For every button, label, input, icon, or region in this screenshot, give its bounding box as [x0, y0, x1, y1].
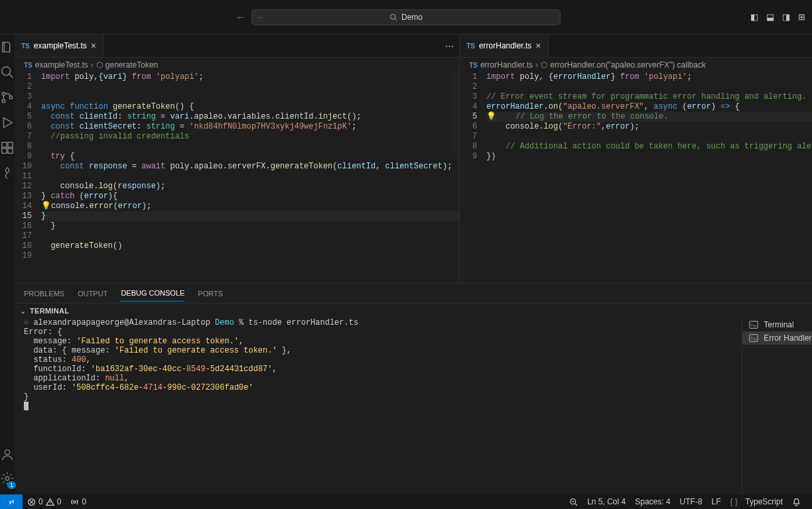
terminal-entry-label: Error Handler [764, 333, 811, 343]
tab-errorhandler[interactable]: TS errorHandler.ts × [460, 34, 548, 57]
ts-icon: TS [469, 62, 478, 69]
svg-point-0 [390, 14, 395, 19]
encoding-status[interactable]: UTF-8 [675, 497, 707, 506]
tab-label: exampleTest.ts [34, 41, 87, 50]
layout-panel-icon[interactable]: ⬓ [766, 12, 774, 22]
nav-back-icon[interactable]: ← [236, 11, 245, 23]
breadcrumb-symbol: generateToken [105, 60, 158, 70]
command-center-text: Demo [401, 13, 423, 22]
svg-point-11 [5, 450, 9, 455]
svg-rect-9 [2, 148, 7, 153]
close-icon[interactable]: × [91, 40, 96, 51]
svg-point-2 [2, 67, 11, 76]
svg-rect-7 [2, 142, 7, 147]
code-editor-right[interactable]: 123456789 import poly, {errorHandler} fr… [460, 72, 812, 283]
error-count: 0 [38, 497, 43, 506]
zoom-status[interactable] [565, 498, 582, 506]
ts-icon: TS [466, 42, 475, 50]
nav-forward-icon[interactable]: → [255, 11, 265, 23]
breadcrumb-left[interactable]: TS exampleTest.ts › ⬡ generateToken [15, 58, 459, 72]
layout-sidebar-left-icon[interactable]: ◧ [750, 12, 758, 22]
svg-point-17 [74, 500, 76, 502]
extensions-icon[interactable] [0, 141, 15, 155]
bottom-panel: PROBLEMS OUTPUT DEBUG CONSOLE PORTS ⌃ × … [15, 284, 812, 494]
ports-status[interactable]: 0 [66, 497, 91, 506]
settings-gear[interactable]: 1 [0, 471, 15, 488]
code-editor-left[interactable]: 12345678910111213141516171819 import pol… [15, 72, 459, 283]
search-icon[interactable] [0, 65, 15, 80]
breadcrumb-file: errorHandler.ts [480, 60, 533, 70]
notifications-icon[interactable] [787, 498, 805, 506]
terminal-header[interactable]: ⌄ TERMINAL + ⌄ ⋯ › [15, 304, 812, 318]
accounts-icon[interactable] [0, 447, 15, 462]
layout-customize-icon[interactable]: ⊞ [798, 12, 805, 22]
run-debug-icon[interactable] [0, 115, 15, 130]
tab-exampletest[interactable]: TS exampleTest.ts × [15, 34, 103, 57]
breadcrumb-symbol: errorHandler.on("apaleo.serverFX") callb… [550, 60, 706, 70]
terminal-icon [749, 333, 758, 343]
tab-overflow-icon[interactable]: ⋯ [445, 41, 454, 51]
chevron-down-icon: ⌄ [20, 307, 26, 315]
terminal-entry-2[interactable]: Error Handler [742, 331, 812, 345]
terminal-list: Terminal ◫ Error Handler [742, 318, 812, 494]
ports-count: 0 [82, 497, 86, 506]
svg-point-12 [5, 477, 9, 481]
terminal-label: TERMINAL [30, 307, 69, 315]
svg-point-4 [2, 92, 5, 95]
error-icon [27, 498, 36, 506]
breadcrumb-file: exampleTest.ts [35, 60, 88, 70]
zoom-icon [569, 498, 578, 506]
language-mode[interactable]: { } TypeScript [726, 497, 787, 506]
close-icon[interactable]: × [535, 40, 541, 51]
source-control-icon[interactable] [0, 90, 15, 105]
svg-point-5 [2, 99, 5, 103]
panel-tabs: PROBLEMS OUTPUT DEBUG CONSOLE PORTS ⌃ × [15, 284, 812, 304]
settings-badge: 1 [7, 481, 16, 489]
svg-rect-13 [750, 321, 758, 329]
broadcast-icon [70, 498, 79, 506]
remote-button[interactable] [0, 494, 23, 509]
problems-status[interactable]: 0 0 [23, 497, 66, 506]
svg-rect-8 [8, 142, 13, 147]
cursor-position[interactable]: Ln 5, Col 4 [582, 497, 630, 506]
output-tab[interactable]: OUTPUT [78, 286, 107, 302]
svg-point-6 [9, 96, 13, 99]
ts-icon: TS [24, 62, 33, 69]
layout-sidebar-right-icon[interactable]: ◨ [782, 12, 790, 22]
svg-line-1 [395, 19, 397, 21]
minimap[interactable] [451, 72, 459, 283]
terminal-entry-1[interactable]: Terminal ◫ [742, 318, 812, 331]
debug-console-tab[interactable]: DEBUG CONSOLE [121, 285, 184, 302]
terminal-icon [749, 320, 758, 329]
activity-bar: 1 [0, 34, 15, 494]
ts-icon: TS [21, 42, 30, 50]
terminal-entry-label: Terminal [764, 320, 793, 329]
poly-icon[interactable] [0, 166, 15, 180]
svg-rect-14 [750, 335, 758, 342]
terminal-output[interactable]: ○ alexandrapapageorge@Alexandras-Laptop … [15, 318, 742, 494]
tab-label: errorHandler.ts [479, 41, 531, 50]
problems-tab[interactable]: PROBLEMS [24, 286, 64, 302]
svg-line-3 [9, 74, 13, 78]
svg-line-19 [575, 503, 577, 505]
eol-status[interactable]: LF [707, 497, 726, 506]
warning-icon [46, 498, 54, 506]
command-center[interactable]: Demo [251, 9, 561, 25]
editor-pane-right: TS errorHandler.ts × ◫ ⋯ TS errorHandler… [460, 34, 812, 283]
ports-tab[interactable]: PORTS [198, 286, 223, 302]
svg-rect-10 [8, 148, 13, 153]
warning-count: 0 [57, 497, 62, 506]
breadcrumb-right[interactable]: TS errorHandler.ts › ⬡ errorHandler.on("… [460, 58, 812, 72]
explorer-icon[interactable] [0, 40, 15, 54]
title-bar: ← → Demo ◧ ⬓ ◨ ⊞ [0, 0, 812, 34]
search-icon [389, 13, 397, 21]
editor-pane-left: TS exampleTest.ts × ⋯ TS exampleTest.ts … [15, 34, 460, 283]
indentation-status[interactable]: Spaces: 4 [630, 497, 675, 506]
status-bar: 0 0 0 Ln 5, Col 4 Spaces: 4 UTF-8 LF { }… [0, 494, 812, 509]
